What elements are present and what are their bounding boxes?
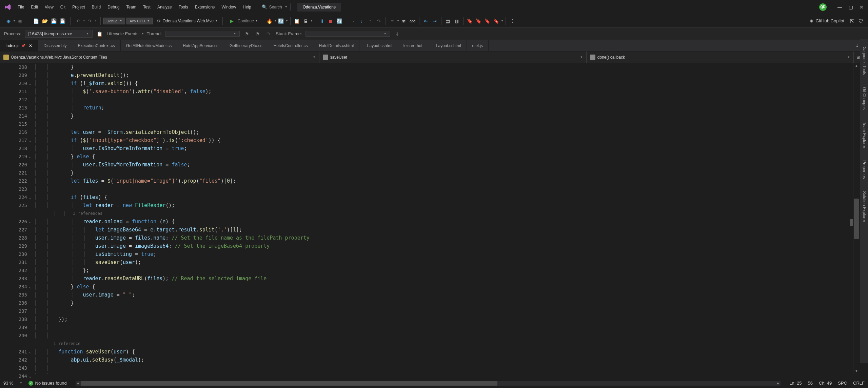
code-line[interactable]: │ │ │ if (files) { xyxy=(34,193,868,201)
thread-dropdown[interactable]: ▼ xyxy=(165,31,240,37)
nav-scope[interactable]: Odenza.Vacations.Web.Mvc JavaScript Cont… xyxy=(0,52,319,63)
scroll-left-icon[interactable]: ◀ xyxy=(76,382,81,385)
config-dropdown[interactable]: Debug▼ xyxy=(103,18,125,24)
line-number[interactable]: 217⌄ xyxy=(0,136,31,144)
platform-dropdown[interactable]: Any CPU▼ xyxy=(126,18,153,24)
outdent-icon[interactable]: ⇥ xyxy=(431,17,438,25)
hscroll-thumb[interactable] xyxy=(81,381,498,386)
code-line[interactable]: │ │ │ let files = $('input[name="image"]… xyxy=(34,177,868,185)
line-number[interactable]: 230 xyxy=(0,250,31,258)
hot-reload-icon[interactable]: 🔥 xyxy=(266,17,273,25)
code-line[interactable]: │ │ │ xyxy=(34,307,868,315)
line-number[interactable]: 236 xyxy=(0,299,31,307)
code-line[interactable]: │ │ │ } xyxy=(34,112,868,120)
code-line[interactable]: │ │ │ e.preventDefault(); xyxy=(34,71,868,79)
line-number[interactable]: 220 xyxy=(0,161,31,169)
line-number[interactable]: 232 xyxy=(0,266,31,274)
overflow-icon[interactable]: ⇣ xyxy=(394,30,401,38)
line-number[interactable]: 214 xyxy=(0,112,31,120)
code-line[interactable]: │ │ │ │ │ let imageBase64 = e.target.res… xyxy=(34,226,868,234)
line-number[interactable]: 240 xyxy=(0,331,31,340)
code-line[interactable]: │ │ │ } xyxy=(34,169,868,177)
insert-mode[interactable]: SPC xyxy=(838,381,847,386)
restart-icon[interactable]: 🔄 xyxy=(277,17,285,25)
code-line[interactable]: │ │ │ │ return; xyxy=(34,104,868,112)
undo-icon[interactable]: ↶ xyxy=(75,17,82,25)
scroll-down-icon[interactable]: ▼ xyxy=(853,368,860,374)
code-line[interactable]: │ │ │ │ │ isSubmitting = true; xyxy=(34,250,868,258)
new-item-icon[interactable]: 📄 xyxy=(32,17,40,25)
line-number[interactable]: 215 xyxy=(0,120,31,128)
line-number[interactable]: 235 xyxy=(0,291,31,299)
menu-window[interactable]: Window xyxy=(218,1,239,13)
code-line[interactable]: │ │ │ if ($('input[type="checkbox"]').is… xyxy=(34,136,868,144)
lifecycle-icon[interactable]: 📋 xyxy=(96,30,103,38)
flag-icon[interactable]: ⚑ xyxy=(243,30,251,38)
code-line[interactable]: │ │ │ │ reader.readAsDataURL(files); // … xyxy=(34,274,868,283)
menu-test[interactable]: Test xyxy=(140,1,154,13)
user-avatar[interactable]: QD xyxy=(819,3,827,11)
line-number[interactable]: 223 xyxy=(0,185,31,193)
format2-icon[interactable]: ▥ xyxy=(453,17,460,25)
code-editor[interactable]: 208209210⌄211212213214215216217⌄218219⌄2… xyxy=(0,63,868,374)
line-number[interactable]: 241⌄ xyxy=(0,348,31,356)
redo-icon[interactable]: ↷ xyxy=(86,17,94,25)
step-icon2[interactable]: ↷ xyxy=(265,30,272,38)
line-number[interactable]: 212 xyxy=(0,96,31,104)
menu-analyze[interactable]: Analyze xyxy=(154,1,175,13)
step-icon[interactable]: ↷ xyxy=(375,17,383,25)
line-number[interactable]: 228 xyxy=(0,234,31,242)
line-indicator[interactable]: Ln: 25 xyxy=(789,381,802,386)
menu-file[interactable]: File xyxy=(14,1,27,13)
scroll-right-icon[interactable]: ▶ xyxy=(775,382,781,385)
line-number[interactable]: 239 xyxy=(0,323,31,331)
admin-icon[interactable]: 🛡 xyxy=(857,17,865,25)
tab-disassembly[interactable]: Disassembly xyxy=(38,40,72,51)
vertical-scrollbar[interactable]: ▲ ▼ xyxy=(853,63,859,374)
line-number[interactable]: 216 xyxy=(0,128,31,136)
step-over-icon[interactable]: ↓ xyxy=(358,17,365,25)
sidetab-diagnostic-tools[interactable]: Diagnostic Tools xyxy=(861,43,867,78)
code-line[interactable]: │ │ │ } xyxy=(34,299,868,307)
menu-view[interactable]: View xyxy=(41,1,57,13)
menu-tools[interactable]: Tools xyxy=(175,1,192,13)
close-tab-icon[interactable]: ✕ xyxy=(29,43,32,48)
line-number[interactable]: 229 xyxy=(0,242,31,250)
code-line[interactable]: │ │ │ │ user.image = " "; xyxy=(34,291,868,299)
nav-func[interactable]: done() callback ▼ xyxy=(587,52,854,63)
code-line[interactable]: │ │ │ │ }; xyxy=(34,266,868,274)
code-line[interactable]: │ │ │ │ │ user.image = imageBase64; // S… xyxy=(34,242,868,250)
stop-icon[interactable]: ⏹ xyxy=(327,17,334,25)
process-dropdown[interactable]: [16428] iisexpress.exe▼ xyxy=(25,30,93,38)
char-indicator[interactable]: Ch: 49 xyxy=(819,381,832,386)
browser-link-icon[interactable]: 📋 xyxy=(293,17,301,25)
minimize-button[interactable]: — xyxy=(837,5,842,9)
line-number[interactable]: 233 xyxy=(0,274,31,283)
bookmark-next-icon[interactable]: 🔖 xyxy=(484,17,491,25)
line-number[interactable]: 226⌄ xyxy=(0,218,31,226)
tab--layout-cshtml[interactable]: _Layout.cshtml xyxy=(428,40,467,51)
menu-debug[interactable]: Debug xyxy=(104,1,123,13)
menu-build[interactable]: Build xyxy=(88,1,104,13)
tab-otel-js[interactable]: otel.js xyxy=(467,40,489,51)
tab-getitinerarydto-cs[interactable]: GetItineraryDto.cs xyxy=(224,40,268,51)
line-number[interactable]: 219⌄ xyxy=(0,152,31,161)
uncomment-icon[interactable]: ≢ xyxy=(400,17,408,25)
sidetab-solution-explorer[interactable]: Solution Explorer xyxy=(861,188,867,225)
sidetab-team-explorer[interactable]: Team Explorer xyxy=(861,119,867,151)
github-copilot[interactable]: ⊕ GitHub Copilot xyxy=(807,18,847,23)
line-number[interactable]: 222 xyxy=(0,177,31,185)
code-line[interactable]: │ │ │ │ let reader = new FileReader(); xyxy=(34,201,868,209)
line-number[interactable]: 238 xyxy=(0,315,31,323)
stack-dropdown[interactable]: ▼ xyxy=(305,31,390,37)
code-line[interactable]: │ │ function saveUser(user) { xyxy=(34,348,868,356)
codelens[interactable]: │ │ │ │ 3 references xyxy=(34,209,868,218)
code-line[interactable]: │ │ │ if (!_$form.valid()) { xyxy=(34,79,868,87)
menu-git[interactable]: Git xyxy=(57,1,69,13)
line-number[interactable]: 231 xyxy=(0,258,31,266)
save-icon[interactable]: 💾 xyxy=(50,17,57,25)
save-all-icon[interactable]: 💾 xyxy=(59,17,66,25)
line-number[interactable]: 221 xyxy=(0,169,31,177)
tab--layout-cshtml[interactable]: _Layout.cshtml xyxy=(359,40,398,51)
line-number[interactable]: 210⌄ xyxy=(0,79,31,87)
